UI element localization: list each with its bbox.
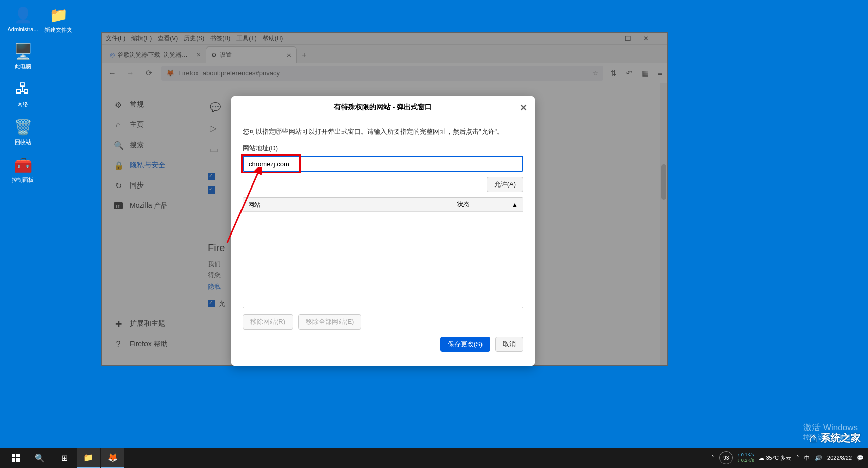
gear-icon: ⚙ bbox=[211, 52, 217, 59]
tray-chevron-icon[interactable]: ˄ bbox=[711, 455, 714, 461]
tab-close-icon[interactable]: × bbox=[287, 51, 291, 59]
desktop-icon-recycle-bin[interactable]: 🗑️回收站 bbox=[5, 117, 40, 146]
menu-history[interactable]: 历史(S) bbox=[184, 34, 204, 43]
extensions-icon[interactable]: ⇅ bbox=[610, 69, 617, 78]
toolbar-right: ⇅ ↶ ▦ ≡ bbox=[610, 69, 662, 78]
tab-close-icon[interactable]: × bbox=[197, 51, 201, 59]
desktop-icon-label: 网络 bbox=[17, 101, 28, 108]
column-header-site[interactable]: 网站 bbox=[243, 198, 452, 211]
windows-icon bbox=[12, 454, 20, 462]
url-text: about:preferences#privacy bbox=[203, 69, 280, 77]
desktop-icon-administrator[interactable]: 👤Administra... bbox=[5, 5, 40, 32]
weather-widget[interactable]: ☁ 35°C 多云 bbox=[759, 454, 791, 462]
help-icon: ? bbox=[114, 340, 123, 349]
apps-icon[interactable]: ▦ bbox=[642, 69, 649, 78]
desktop-icon-control-panel[interactable]: 🧰控制面板 bbox=[5, 155, 40, 184]
minimize-button[interactable]: — bbox=[606, 35, 613, 42]
desktop-icon-new-folder[interactable]: 📁新建文件夹 bbox=[40, 5, 76, 34]
start-button[interactable] bbox=[4, 448, 27, 468]
remove-site-button[interactable]: 移除网站(R) bbox=[243, 314, 293, 330]
scrollbar-thumb[interactable] bbox=[661, 164, 666, 200]
menu-tools[interactable]: 工具(T) bbox=[236, 34, 256, 43]
desktop-icon-label: 控制面板 bbox=[12, 176, 34, 184]
menu-edit[interactable]: 编辑(E) bbox=[131, 34, 152, 43]
settings-sidebar: ⚙常规 ⌂主页 🔍搜索 🔒隐私与安全 ↻同步 mMozilla 产品 ✚扩展和主… bbox=[102, 83, 208, 365]
sidebar-item-label: Firefox 帮助 bbox=[130, 340, 168, 349]
cancel-button[interactable]: 取消 bbox=[495, 337, 523, 352]
svg-rect-2 bbox=[16, 454, 20, 457]
dialog-close-button[interactable]: ✕ bbox=[520, 102, 527, 113]
sidebar-item-help[interactable]: ?Firefox 帮助 bbox=[107, 335, 203, 353]
menu-view[interactable]: 查看(V) bbox=[158, 34, 178, 43]
svg-rect-3 bbox=[12, 458, 15, 462]
task-view-button[interactable]: ⊞ bbox=[53, 448, 76, 468]
scrollbar[interactable] bbox=[660, 83, 667, 365]
monitor-icon: 🖥️ bbox=[13, 41, 32, 61]
tab-settings[interactable]: ⚙ 设置 × bbox=[206, 46, 297, 63]
sidebar-item-home[interactable]: ⌂主页 bbox=[107, 116, 203, 134]
checkbox[interactable] bbox=[208, 186, 215, 194]
date-display[interactable]: 2022/8/22 bbox=[827, 455, 852, 461]
url-input-label: 网站地址(D) bbox=[243, 144, 523, 153]
reload-button[interactable]: ⟳ bbox=[143, 68, 154, 79]
remove-all-sites-button[interactable]: 移除全部网站(E) bbox=[298, 314, 361, 330]
menu-bookmarks[interactable]: 书签(B) bbox=[210, 34, 230, 43]
tab-title: 谷歌浏览器下载_浏览器官网入 bbox=[118, 51, 194, 59]
website-url-input[interactable] bbox=[243, 156, 523, 172]
new-tab-button[interactable]: + bbox=[297, 48, 312, 63]
library-icon[interactable]: ↶ bbox=[626, 69, 633, 78]
menu-file[interactable]: 文件(F) bbox=[106, 34, 125, 43]
desktop-icon-label: 新建文件夹 bbox=[44, 26, 72, 34]
sidebar-item-general[interactable]: ⚙常规 bbox=[107, 96, 203, 114]
column-header-status[interactable]: 状态▲ bbox=[452, 198, 523, 211]
forward-button[interactable]: → bbox=[125, 68, 136, 79]
search-button[interactable]: 🔍 bbox=[28, 448, 52, 468]
desktop-icon-this-pc[interactable]: 🖥️此电脑 bbox=[5, 41, 40, 70]
desktop-icon-label: Administra... bbox=[7, 26, 38, 32]
back-button[interactable]: ← bbox=[107, 68, 118, 79]
checkbox[interactable] bbox=[208, 173, 215, 180]
desktop-icon-label: 此电脑 bbox=[15, 63, 31, 70]
allow-button[interactable]: 允许(A) bbox=[487, 177, 523, 192]
desktop-icon-network[interactable]: 🖧网络 bbox=[5, 79, 40, 108]
desktop-icons-column-2: 📁新建文件夹 bbox=[40, 5, 76, 34]
menu-icon[interactable]: ≡ bbox=[658, 69, 662, 77]
window-controls: — ☐ ✕ bbox=[606, 32, 665, 44]
mozilla-icon: m bbox=[114, 202, 123, 209]
sidebar-item-label: 同步 bbox=[130, 181, 144, 190]
notifications-icon[interactable]: 💬 bbox=[857, 455, 864, 461]
sidebar-item-extensions[interactable]: ✚扩展和主题 bbox=[107, 315, 203, 333]
bookmark-star-icon[interactable]: ☆ bbox=[592, 69, 598, 77]
desktop-icon-label: 回收站 bbox=[15, 138, 31, 146]
sidebar-item-privacy[interactable]: 🔒隐私与安全 bbox=[107, 156, 203, 174]
menu-help[interactable]: 帮助(H) bbox=[263, 34, 283, 43]
exceptions-table: 网站 状态▲ bbox=[243, 197, 523, 308]
house-icon: ⌂ bbox=[809, 430, 817, 446]
trash-icon: 🗑️ bbox=[13, 117, 32, 136]
checkbox[interactable] bbox=[208, 300, 215, 307]
network-speed: ↑ 0.1K/s ↓ 0.2K/s bbox=[738, 452, 754, 463]
dialog-description: 您可以指定哪些网站可以打开弹出式窗口。请输入所要指定的完整网址，然后点击"允许"… bbox=[243, 127, 523, 136]
toolbar: ← → ⟳ 🦊 Firefox about:preferences#privac… bbox=[102, 63, 667, 83]
gear-icon: ⚙ bbox=[114, 100, 123, 110]
sidebar-item-sync[interactable]: ↻同步 bbox=[107, 176, 203, 195]
lock-icon: 🔒 bbox=[114, 161, 123, 170]
url-prefix: Firefox bbox=[178, 69, 199, 77]
volume-icon[interactable]: 🔊 bbox=[815, 455, 822, 461]
ime-icon[interactable]: 中 bbox=[804, 454, 810, 462]
sidebar-item-mozilla[interactable]: mMozilla 产品 bbox=[107, 197, 203, 215]
battery-indicator[interactable]: 93 bbox=[719, 451, 733, 464]
file-explorer-taskbar[interactable]: 📁 bbox=[77, 448, 100, 468]
tray-chevron-icon[interactable]: ˄ bbox=[796, 455, 799, 461]
svg-rect-4 bbox=[16, 458, 20, 462]
home-icon: ⌂ bbox=[114, 120, 123, 129]
tab-chrome-download[interactable]: ◎ 谷歌浏览器下载_浏览器官网入 × bbox=[105, 46, 206, 63]
sidebar-item-search[interactable]: 🔍搜索 bbox=[107, 136, 203, 154]
url-bar[interactable]: 🦊 Firefox about:preferences#privacy ☆ bbox=[161, 66, 603, 81]
folder-icon: 📁 bbox=[49, 5, 68, 24]
save-changes-button[interactable]: 保存更改(S) bbox=[440, 337, 490, 352]
close-window-button[interactable]: ✕ bbox=[643, 35, 649, 42]
firefox-taskbar[interactable]: 🦊 bbox=[101, 448, 124, 468]
maximize-button[interactable]: ☐ bbox=[625, 35, 631, 42]
chrome-icon: ◎ bbox=[110, 51, 115, 58]
